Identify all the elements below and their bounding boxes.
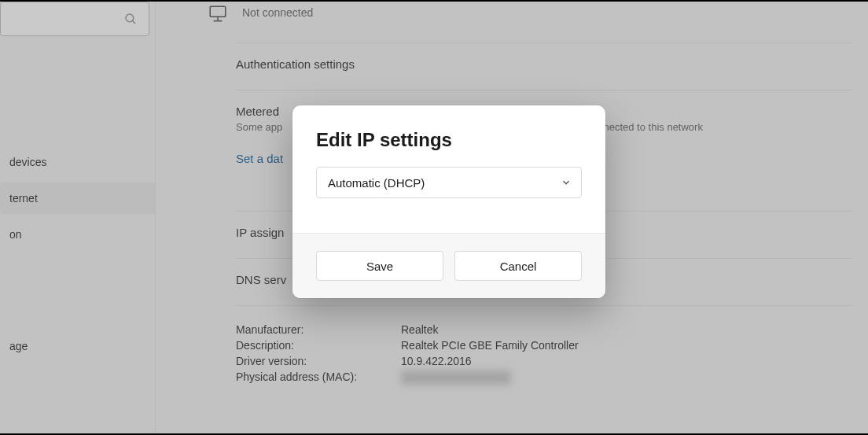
sidebar-item-label: ternet	[9, 192, 38, 205]
sidebar-item-label: devices	[9, 156, 46, 168]
section-title: Authentication settings	[236, 57, 852, 71]
ip-mode-dropdown[interactable]: Automatic (DHCP)	[316, 167, 582, 198]
info-value: 10.9.422.2016	[401, 355, 472, 367]
info-value: Realtek	[401, 323, 438, 336]
info-label: Manufacturer:	[236, 323, 401, 336]
info-row: Description: Realtek PCIe GBE Family Con…	[236, 339, 852, 352]
chevron-down-icon	[561, 177, 572, 188]
sidebar-item-label: age	[9, 340, 28, 352]
dialog-title: Edit IP settings	[316, 129, 582, 151]
cancel-button[interactable]: Cancel	[454, 251, 582, 281]
dropdown-selected-value: Automatic (DHCP)	[328, 176, 425, 190]
sidebar: devices ternet on age	[0, 2, 156, 433]
info-value: Realtek PCIe GBE Family Controller	[401, 339, 579, 352]
info-label: Driver version:	[236, 355, 401, 367]
svg-rect-2	[210, 6, 226, 17]
sidebar-item-label: on	[9, 228, 22, 241]
sidebar-item-devices[interactable]: devices	[0, 146, 155, 178]
section-authentication[interactable]: Authentication settings	[236, 42, 852, 85]
info-label: Physical address (MAC):	[236, 370, 401, 387]
info-value-blurred	[401, 370, 511, 387]
ethernet-header: Not connected	[189, 0, 852, 28]
section-adapter-info: Manufacturer: Realtek Description: Realt…	[236, 305, 852, 404]
save-button[interactable]: Save	[316, 251, 443, 281]
button-label: Cancel	[500, 260, 537, 273]
search-icon	[123, 12, 138, 26]
info-row: Physical address (MAC):	[236, 370, 852, 387]
set-data-limit-link[interactable]: Set a dat	[236, 152, 283, 165]
info-label: Description:	[236, 339, 401, 352]
sidebar-item-internet[interactable]: ternet	[0, 182, 155, 214]
sidebar-item-on[interactable]: on	[0, 219, 155, 250]
ethernet-icon	[208, 4, 228, 24]
info-row: Manufacturer: Realtek	[236, 323, 852, 336]
sidebar-item-age[interactable]: age	[0, 330, 155, 362]
svg-point-0	[126, 14, 134, 22]
edit-ip-settings-dialog: Edit IP settings Automatic (DHCP) Save C…	[292, 105, 605, 298]
button-label: Save	[366, 260, 393, 273]
dialog-footer: Save Cancel	[292, 234, 605, 298]
ethernet-status: Not connected	[242, 6, 313, 19]
search-input[interactable]	[0, 2, 149, 36]
svg-line-1	[132, 20, 135, 24]
info-row: Driver version: 10.9.422.2016	[236, 355, 852, 367]
